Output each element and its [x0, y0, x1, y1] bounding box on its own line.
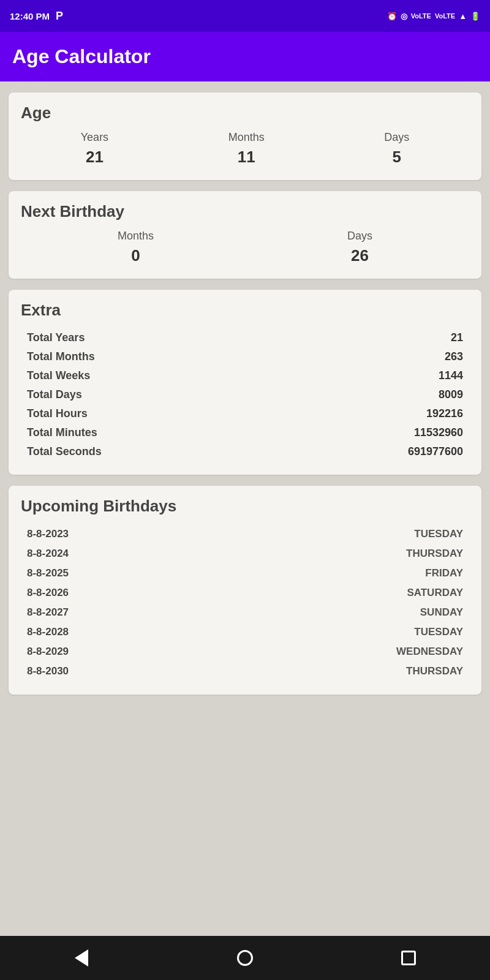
extra-row: Total Hours 192216 [21, 404, 469, 423]
extra-label: Total Seconds [27, 445, 102, 458]
upcoming-day: SUNDAY [420, 606, 463, 619]
home-button[interactable] [227, 940, 263, 976]
next-birthday-title: Next Birthday [21, 202, 469, 221]
status-left: 12:40 PM P [10, 10, 63, 23]
extra-label: Total Hours [27, 407, 88, 420]
app-header: Age Calculator [0, 32, 490, 81]
upcoming-date: 8-8-2023 [27, 528, 69, 540]
age-months-label: Months [228, 131, 265, 144]
extra-label: Total Minutes [27, 426, 97, 439]
birthday-months-value: 0 [118, 246, 154, 265]
extra-value: 11532960 [414, 426, 463, 439]
extra-card-title: Extra [21, 301, 469, 320]
status-time: 12:40 PM [10, 11, 50, 21]
age-days-value: 5 [384, 148, 409, 167]
signal-icon: ▲ [459, 12, 467, 21]
extra-value: 192216 [426, 407, 463, 420]
next-birthday-card: Next Birthday Months 0 Days 26 [9, 191, 481, 279]
extra-label: Total Years [27, 331, 85, 344]
status-right: ⏰ ◎ VoLTE VoLTE ▲ 🔋 [387, 12, 480, 21]
extra-label: Total Weeks [27, 369, 90, 382]
age-card-title: Age [21, 104, 469, 123]
upcoming-row: 8-8-2030 THURSDAY [21, 662, 469, 681]
upcoming-day: TUESDAY [414, 626, 463, 638]
upcoming-row: 8-8-2024 THURSDAY [21, 544, 469, 564]
home-icon [237, 950, 253, 966]
wifi-icon: ◎ [401, 12, 407, 21]
upcoming-table: 8-8-2023 TUESDAY 8-8-2024 THURSDAY 8-8-2… [21, 524, 469, 681]
upcoming-row: 8-8-2027 SUNDAY [21, 603, 469, 622]
main-content: Age Years 21 Months 11 Days 5 Next Birth… [0, 81, 490, 936]
upcoming-card: Upcoming Birthdays 8-8-2023 TUESDAY 8-8-… [9, 486, 481, 695]
extra-value: 8009 [439, 388, 463, 401]
recents-icon [401, 951, 416, 965]
extra-row: Total Seconds 691977600 [21, 442, 469, 461]
extra-row: Total Months 263 [21, 347, 469, 366]
age-days-label: Days [384, 131, 409, 144]
back-icon [75, 949, 88, 967]
upcoming-row: 8-8-2026 SATURDAY [21, 583, 469, 603]
extra-row: Total Years 21 [21, 328, 469, 347]
age-days-col: Days 5 [384, 131, 409, 167]
birthday-days-value: 26 [347, 246, 372, 265]
extra-table: Total Years 21 Total Months 263 Total We… [21, 328, 469, 461]
birthday-months-label: Months [118, 230, 154, 243]
upcoming-date: 8-8-2030 [27, 665, 69, 677]
back-button[interactable] [63, 940, 100, 976]
extra-value: 1144 [439, 369, 463, 382]
extra-label: Total Days [27, 388, 82, 401]
status-app-icon: P [56, 10, 63, 23]
recents-button[interactable] [390, 940, 427, 976]
upcoming-date: 8-8-2025 [27, 567, 69, 579]
upcoming-day: THURSDAY [406, 665, 463, 677]
extra-value: 691977600 [408, 445, 463, 458]
birthday-days-col: Days 26 [347, 230, 372, 265]
upcoming-date: 8-8-2029 [27, 646, 69, 658]
vol1-icon: VoLTE [411, 12, 431, 20]
upcoming-card-title: Upcoming Birthdays [21, 497, 469, 516]
upcoming-row: 8-8-2023 TUESDAY [21, 524, 469, 544]
upcoming-date: 8-8-2027 [27, 606, 69, 619]
upcoming-day: TUESDAY [414, 528, 463, 540]
app-title: Age Calculator [12, 45, 151, 67]
upcoming-row: 8-8-2028 TUESDAY [21, 622, 469, 642]
birthday-days-label: Days [347, 230, 372, 243]
battery-icon: 🔋 [470, 12, 480, 21]
bottom-nav [0, 936, 490, 980]
vol2-icon: VoLTE [435, 12, 455, 20]
age-years-label: Years [81, 131, 108, 144]
age-grid: Years 21 Months 11 Days 5 [21, 131, 469, 167]
upcoming-day: FRIDAY [425, 567, 463, 579]
upcoming-day: THURSDAY [406, 548, 463, 560]
upcoming-date: 8-8-2024 [27, 548, 69, 560]
upcoming-row: 8-8-2029 WEDNESDAY [21, 642, 469, 662]
extra-value: 21 [451, 331, 463, 344]
upcoming-date: 8-8-2028 [27, 626, 69, 638]
age-years-col: Years 21 [81, 131, 108, 167]
alarm-icon: ⏰ [387, 12, 397, 21]
extra-label: Total Months [27, 350, 95, 363]
birthday-grid: Months 0 Days 26 [21, 230, 469, 265]
status-bar: 12:40 PM P ⏰ ◎ VoLTE VoLTE ▲ 🔋 [0, 0, 490, 32]
extra-row: Total Days 8009 [21, 385, 469, 404]
extra-row: Total Minutes 11532960 [21, 423, 469, 442]
extra-value: 263 [445, 350, 463, 363]
age-months-col: Months 11 [228, 131, 265, 167]
age-months-value: 11 [228, 148, 265, 167]
age-card: Age Years 21 Months 11 Days 5 [9, 92, 481, 180]
upcoming-day: SATURDAY [407, 587, 463, 599]
birthday-months-col: Months 0 [118, 230, 154, 265]
upcoming-row: 8-8-2025 FRIDAY [21, 564, 469, 583]
upcoming-date: 8-8-2026 [27, 587, 69, 599]
upcoming-day: WEDNESDAY [396, 646, 463, 658]
extra-row: Total Weeks 1144 [21, 366, 469, 385]
extra-card: Extra Total Years 21 Total Months 263 To… [9, 290, 481, 475]
age-years-value: 21 [81, 148, 108, 167]
